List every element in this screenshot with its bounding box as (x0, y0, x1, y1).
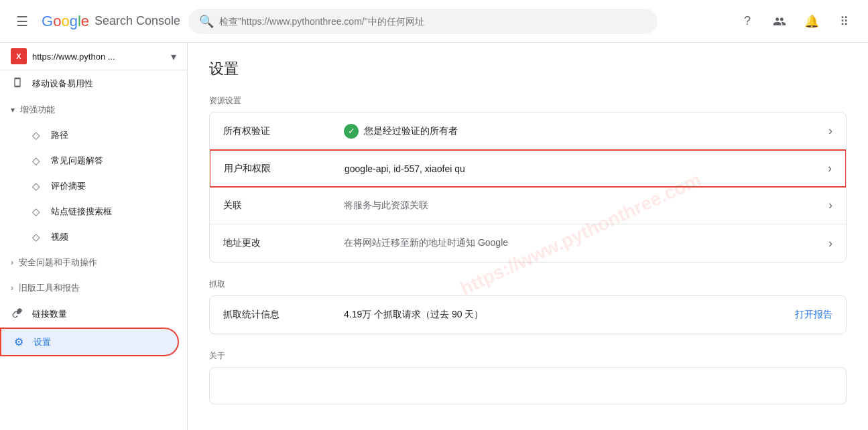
chevron-right-icon2: › (11, 283, 13, 293)
accounts-icon[interactable] (766, 8, 793, 35)
sidebar-item-settings-label: 设置 (34, 336, 51, 348)
users-permissions-value: google-api, id-557, xiaofei qu (345, 163, 828, 174)
sidebar-item-mobile[interactable]: 移动设备易用性 (0, 70, 179, 97)
sidebar-item-sitelinks[interactable]: ◇ 站点链接搜索框 (0, 199, 179, 224)
sidebar-item-faq[interactable]: ◇ 常见问题解答 (0, 148, 179, 173)
property-label: https://www.python ... (32, 52, 166, 62)
content-area: https://www.pythonthree.com 设置 资源设置 所有权验… (188, 43, 868, 430)
faq-icon: ◇ (29, 155, 43, 167)
sidebar-item-routes[interactable]: ◇ 路径 (0, 123, 179, 148)
sidebar-group-legacy[interactable]: › 旧版工具和报告 (0, 275, 187, 301)
sidebar-item-video-label: 视频 (51, 231, 68, 243)
google-wordmark: Google (42, 13, 89, 30)
open-report-link[interactable]: 打开报告 (795, 309, 832, 321)
property-chevron-icon: ▾ (171, 50, 176, 63)
sidebar-group-enhanced[interactable]: ▾ 增强功能 (0, 97, 187, 123)
app-logo: Google Search Console (42, 13, 180, 30)
notifications-icon[interactable]: 🔔 (798, 8, 825, 35)
video-icon: ◇ (29, 231, 43, 243)
crawl-stats-value: 4.19万 个抓取请求（过去 90 天） (344, 309, 795, 321)
help-icon[interactable]: ? (734, 8, 761, 35)
association-label: 关联 (223, 200, 344, 212)
users-permissions-row[interactable]: 用户和权限 google-api, id-557, xiaofei qu › (209, 149, 847, 188)
users-permissions-chevron-icon: › (828, 161, 832, 175)
address-change-value: 在将网站迁移至新的地址时通知 Google (344, 237, 828, 249)
product-name: Search Console (95, 14, 180, 28)
section-about: 关于 (209, 350, 847, 405)
settings-icon: ⚙ (12, 336, 25, 348)
ownership-status: 您是经过验证的所有者 (364, 125, 458, 137)
address-change-label: 地址更改 (223, 237, 344, 249)
sidebar-item-faq-label: 常见问题解答 (51, 155, 103, 167)
sidebar-item-routes-label: 路径 (51, 129, 68, 141)
apps-icon[interactable]: ⠿ (830, 8, 857, 35)
hamburger-menu[interactable]: ☰ (11, 8, 34, 35)
association-chevron-icon: › (828, 198, 832, 212)
chevron-right-icon: › (11, 258, 13, 267)
sidebar-item-links-label: 链接数量 (32, 308, 67, 320)
ownership-value: ✓ 您是经过验证的所有者 (344, 124, 828, 139)
section-resource-settings: 资源设置 所有权验证 ✓ 您是经过验证的所有者 › 用户和权限 google-a… (209, 95, 847, 263)
sidebar: X https://www.python ... ▾ 移动设备易用性 ▾ 增强功… (0, 43, 188, 430)
mobile-icon (11, 77, 24, 90)
property-selector[interactable]: X https://www.python ... ▾ (0, 43, 187, 70)
ownership-chevron-icon: › (828, 124, 832, 138)
sidebar-item-settings[interactable]: ⚙ 设置 (0, 328, 179, 356)
page-title: 设置 (209, 59, 847, 79)
about-card (209, 367, 847, 405)
search-icon: 🔍 (199, 14, 214, 29)
sidebar-item-links[interactable]: 链接数量 (0, 301, 179, 328)
url-search-bar[interactable]: 🔍 (188, 9, 658, 34)
section-title-about: 关于 (209, 350, 847, 362)
chevron-down-icon: ▾ (11, 105, 15, 115)
resource-settings-card: 所有权验证 ✓ 您是经过验证的所有者 › 用户和权限 google-api, i… (209, 112, 847, 263)
sidebar-item-review[interactable]: ◇ 评价摘要 (0, 173, 179, 199)
users-permissions-label: 用户和权限 (224, 163, 345, 175)
ownership-label: 所有权验证 (223, 125, 344, 137)
association-row[interactable]: 关联 将服务与此资源关联 › (210, 187, 846, 224)
sidebar-item-sitelinks-label: 站点链接搜索框 (51, 206, 112, 218)
section-title-crawl: 抓取 (209, 279, 847, 290)
main-layout: X https://www.python ... ▾ 移动设备易用性 ▾ 增强功… (0, 43, 868, 430)
sidebar-item-review-label: 评价摘要 (51, 180, 86, 192)
crawl-card: 抓取统计信息 4.19万 个抓取请求（过去 90 天） 打开报告 (209, 295, 847, 334)
section-crawl: 抓取 抓取统计信息 4.19万 个抓取请求（过去 90 天） 打开报告 (209, 279, 847, 334)
search-input[interactable] (219, 16, 647, 27)
sidebar-group-security-label: 安全问题和手动操作 (19, 257, 97, 269)
topbar-actions: ? 🔔 ⠿ (734, 8, 857, 35)
property-favicon: X (11, 48, 27, 64)
verified-checkmark-icon: ✓ (344, 124, 359, 139)
routes-icon: ◇ (29, 129, 43, 141)
association-value: 将服务与此资源关联 (344, 200, 828, 212)
crawl-stats-label: 抓取统计信息 (223, 309, 344, 321)
sidebar-group-legacy-label: 旧版工具和报告 (19, 282, 80, 294)
sidebar-group-security[interactable]: › 安全问题和手动操作 (0, 250, 187, 275)
address-change-chevron-icon: › (828, 236, 832, 250)
topbar: ☰ Google Search Console 🔍 ? 🔔 ⠿ (0, 0, 868, 43)
sidebar-item-video[interactable]: ◇ 视频 (0, 224, 179, 250)
sidebar-group-enhanced-label: 增强功能 (20, 104, 55, 116)
review-icon: ◇ (29, 180, 43, 192)
sitelinks-icon: ◇ (29, 206, 43, 218)
ownership-row[interactable]: 所有权验证 ✓ 您是经过验证的所有者 › (210, 113, 846, 150)
address-change-row[interactable]: 地址更改 在将网站迁移至新的地址时通知 Google › (210, 224, 846, 262)
sidebar-item-mobile-label: 移动设备易用性 (32, 78, 93, 90)
crawl-stats-row[interactable]: 抓取统计信息 4.19万 个抓取请求（过去 90 天） 打开报告 (210, 296, 846, 334)
links-icon (11, 307, 24, 321)
section-title-resource: 资源设置 (209, 95, 847, 106)
